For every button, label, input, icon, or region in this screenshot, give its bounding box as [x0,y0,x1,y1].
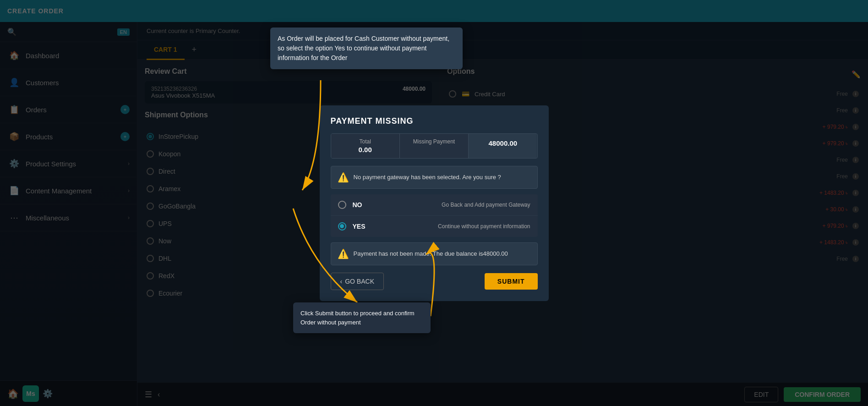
modal-option-no[interactable]: NO Go Back and Add payment Gateway [331,194,538,216]
modal-warning: ⚠️ No payment gateway has been selected.… [331,166,538,189]
total-cell: Total 0.00 [331,134,400,158]
tooltip-bottom: Click Submit button to proceed and confi… [293,302,431,333]
modal-title: PAYMENT MISSING [331,116,538,126]
missing-payment-cell: Missing Payment [400,134,469,158]
warning-icon: ⚠️ [338,172,349,183]
go-back-button[interactable]: ‹ GO BACK [331,273,384,290]
radio-yes[interactable] [338,222,346,230]
submit-button[interactable]: SUBMIT [485,273,538,290]
warning-icon-2: ⚠️ [338,248,349,259]
modal-payment-warning: ⚠️ Payment has not been made. The due ba… [331,242,538,265]
modal-option-yes[interactable]: YES Continue without payment information [331,216,538,237]
payment-missing-modal: PAYMENT MISSING Total 0.00 Missing Payme… [320,105,549,301]
missing-value-cell: 48000.00 [469,134,537,158]
tooltip-top: As Order will be placed for Cash Custome… [270,27,463,69]
radio-no[interactable] [338,201,346,209]
modal-actions: ‹ GO BACK SUBMIT [331,273,538,290]
modal-totals: Total 0.00 Missing Payment 48000.00 [331,133,538,159]
modal-options: NO Go Back and Add payment Gateway YES C… [331,194,538,237]
